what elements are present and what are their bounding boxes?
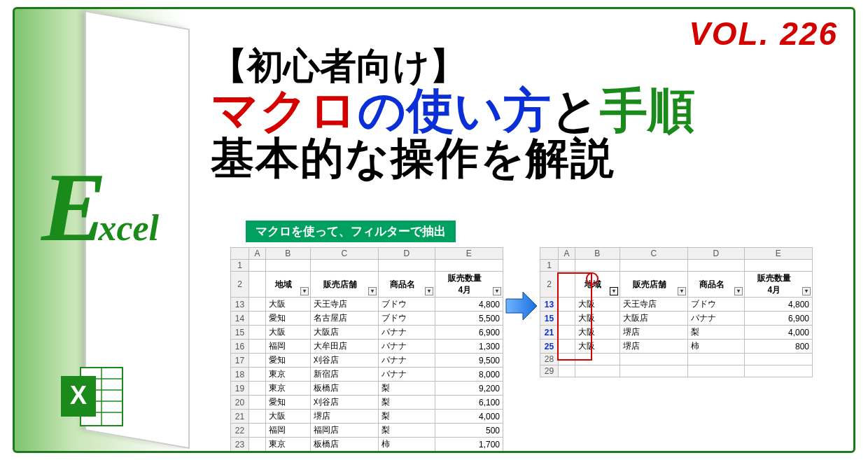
cell-store[interactable]: 新宿店 (310, 368, 378, 382)
filter-dropdown-icon[interactable]: ▾ (300, 287, 309, 295)
cell-qty[interactable]: 6,900 (435, 326, 503, 340)
filter-dropdown-icon[interactable]: ▾ (425, 287, 433, 295)
cell-store[interactable]: 板橋店 (310, 382, 378, 396)
cell-qty[interactable]: 4,000 (744, 326, 812, 340)
cell-qty[interactable]: 6,100 (435, 396, 503, 410)
col-c: C (310, 248, 378, 260)
filter-dropdown-icon[interactable]: ▾ (802, 287, 811, 295)
cell-product[interactable]: 柿 (379, 452, 435, 454)
cell-region[interactable]: 愛知 (266, 452, 311, 454)
cell-store[interactable]: 福岡店 (310, 424, 378, 438)
cell-store[interactable]: 大阪店 (310, 326, 378, 340)
table-row: 13大阪天王寺店ブドウ4,800 (231, 298, 503, 312)
cell-store[interactable]: 刈谷店 (310, 354, 378, 368)
hdr-qty[interactable]: 販売数量4月▾ (435, 272, 503, 298)
cell-empty (249, 438, 266, 452)
cell-region[interactable]: 東京 (266, 382, 311, 396)
green-caption: マクロを使って、フィルターで抽出 (246, 221, 456, 242)
cell-region[interactable]: 大阪 (266, 298, 311, 312)
cell-store[interactable]: 刈谷店 (310, 396, 378, 410)
cell-qty[interactable]: 5,500 (435, 312, 503, 326)
filter-dropdown-icon[interactable]: ▾ (493, 287, 501, 295)
cell-product[interactable]: 梨 (379, 382, 435, 396)
cell-store[interactable]: 天王寺店 (620, 298, 687, 312)
cell-product[interactable]: 梨 (379, 410, 435, 424)
cell-region[interactable]: 愛知 (266, 396, 311, 410)
cell-store[interactable]: 天王寺店 (310, 298, 378, 312)
cell-qty[interactable]: 9,200 (435, 382, 503, 396)
hdr-store[interactable]: 販売店舗▾ (310, 272, 378, 298)
row-number: 23 (231, 438, 249, 452)
table-row: 16福岡大牟田店バナナ1,300 (231, 340, 503, 354)
cell-store[interactable]: 名古屋店 (310, 312, 378, 326)
hdr-region[interactable]: 地域▾ (266, 272, 311, 298)
cell-region[interactable]: 愛知 (266, 312, 311, 326)
cell-qty[interactable]: 1,300 (435, 340, 503, 354)
cell-product[interactable]: バナナ (379, 368, 435, 382)
cell-region[interactable]: 福岡 (266, 424, 311, 438)
cell-qty[interactable]: 1,700 (435, 438, 503, 452)
cell-region[interactable]: 大阪 (575, 312, 620, 326)
cell-product[interactable]: 梨 (379, 396, 435, 410)
header-row: 2 地域▾ 販売店舗▾ 商品名▾ 販売数量4月▾ (231, 272, 503, 298)
headline-line2: マクロの使い方と手順 (211, 85, 832, 135)
cell-store[interactable]: 刈谷店 (310, 452, 378, 454)
filter-dropdown-icon[interactable]: ▾ (368, 287, 377, 295)
cell-store[interactable]: 堺店 (310, 410, 378, 424)
cell-qty[interactable]: 9,500 (435, 354, 503, 368)
filter-dropdown-icon[interactable]: ▾ (678, 287, 686, 295)
filter-dropdown-active-icon[interactable]: ▾ (610, 287, 618, 295)
cell-product[interactable]: 梨 (688, 326, 745, 340)
cell-product[interactable]: ブドウ (379, 298, 435, 312)
cell-qty[interactable]: 4,800 (435, 298, 503, 312)
spreadsheet-before: A B C D E 1 2 地域▾ 販売店舗▾ 商品名▾ 販売数量4月▾ 13大… (230, 247, 503, 453)
cell-qty[interactable]: 6,900 (744, 312, 812, 326)
excel-e: E (41, 153, 106, 261)
cell-empty (249, 340, 266, 354)
hdr-qty[interactable]: 販売数量4月▾ (744, 272, 812, 298)
cell-empty (559, 340, 575, 354)
cell-empty (249, 424, 266, 438)
cell-product[interactable]: ブドウ (379, 312, 435, 326)
svg-text:X: X (70, 381, 87, 410)
cell-store[interactable]: 大牟田店 (310, 340, 378, 354)
hdr-product[interactable]: 商品名▾ (688, 272, 745, 298)
hdr-product[interactable]: 商品名▾ (379, 272, 435, 298)
hdr-region[interactable]: 地域▾ (575, 272, 620, 298)
cell-product[interactable]: バナナ (379, 340, 435, 354)
cell-region[interactable]: 大阪 (575, 298, 620, 312)
row-number: 24 (231, 452, 249, 454)
header-row: 2 地域▾ 販売店舗▾ 商品名▾ 販売数量4月▾ (540, 272, 813, 298)
cell-store[interactable]: 板橋店 (310, 438, 378, 452)
cell-qty[interactable]: 8,000 (435, 368, 503, 382)
cell-region[interactable]: 大阪 (266, 410, 311, 424)
cell-region[interactable]: 大阪 (266, 326, 311, 340)
col-e: E (435, 248, 503, 260)
cell-qty[interactable]: 500 (435, 424, 503, 438)
cell-store[interactable]: 大阪店 (620, 312, 687, 326)
cell-qty[interactable]: 800 (744, 340, 812, 354)
cell-qty[interactable]: 4,000 (435, 410, 503, 424)
cell-qty[interactable]: 9,800 (435, 452, 503, 454)
cell-region[interactable]: 東京 (266, 438, 311, 452)
cell-product[interactable]: バナナ (379, 354, 435, 368)
cell-product[interactable]: ブドウ (688, 298, 745, 312)
cell-store[interactable]: 堺店 (620, 326, 687, 340)
row-number: 17 (231, 354, 249, 368)
cell-store[interactable]: 堺店 (620, 340, 687, 354)
cell-region[interactable]: 大阪 (575, 326, 620, 340)
cell-product[interactable]: 柿 (688, 340, 745, 354)
filter-dropdown-icon[interactable]: ▾ (734, 287, 743, 295)
cell-qty[interactable]: 4,800 (744, 298, 812, 312)
cell-product[interactable]: 柿 (379, 438, 435, 452)
cell-product[interactable]: バナナ (379, 326, 435, 340)
col-letter-row: A B C D E (540, 248, 813, 260)
cell-region[interactable]: 東京 (266, 368, 311, 382)
cell-product[interactable]: バナナ (688, 312, 745, 326)
cell-region[interactable]: 福岡 (266, 340, 311, 354)
hdr-store[interactable]: 販売店舗▾ (620, 272, 687, 298)
cell-product[interactable]: 梨 (379, 424, 435, 438)
cell-region[interactable]: 大阪 (575, 340, 620, 354)
cell-empty (249, 410, 266, 424)
cell-region[interactable]: 愛知 (266, 354, 311, 368)
